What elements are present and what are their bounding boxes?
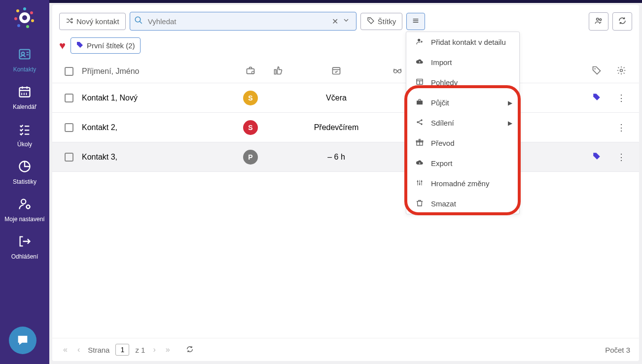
dropdown-item-sliders[interactable]: Hromadné změny [406,173,519,194]
share-icon [415,118,424,128]
dropdown-item-label: Pohledy [431,78,458,87]
nav-label: Kalendář [13,103,36,110]
last-page-button[interactable]: » [164,343,172,356]
dropdown-item-label: Import [431,58,452,66]
thumbs-up-icon [273,66,283,77]
prev-page-button[interactable]: ‹ [75,343,82,356]
tags-button[interactable]: Štítky [360,13,403,30]
page-of-label: z 1 [135,346,145,354]
chat-icon [16,333,30,347]
svg-point-2 [23,7,26,10]
clear-search-icon[interactable]: ✕ [332,17,338,26]
trash-icon [415,199,424,208]
row-checkbox[interactable] [65,153,73,162]
toolbar: Nový kontakt ✕ Štítky [52,5,639,35]
dropdown-item-label: Převod [431,139,455,147]
nav-calendar[interactable]: Kalendář [0,79,49,116]
page-label: Strana [88,346,109,354]
nav-logout[interactable]: Odhlášení [0,229,49,266]
users-button[interactable] [589,12,608,31]
first-page-button[interactable]: « [61,343,70,356]
svg-point-41 [620,69,623,71]
table-row[interactable]: Kontakt 1, Nový S Včera ⋮ [52,83,639,113]
heart-icon[interactable]: ♥ [59,39,66,52]
dropdown-item-label: Sdílení [431,119,454,127]
nav-label: Moje nastavení [4,216,44,223]
dropdown-item-user-plus[interactable]: Přidat kontakt v detailu [406,32,519,52]
app-logo [13,6,36,30]
contacts-table: Příjmení, Jméno Kontakt 1, Nový S Včera … [52,60,639,338]
refresh-icon [618,16,627,27]
new-contact-label: Nový kontakt [76,17,119,26]
chevron-right-icon: ▶ [508,99,512,106]
row-more-button[interactable]: ⋮ [617,122,626,133]
svg-point-26 [135,17,141,22]
menu-button[interactable] [406,13,425,30]
gear-icon[interactable] [616,66,626,77]
status-badge: S [243,91,258,105]
row-checkbox[interactable] [65,123,73,132]
dropdown-item-gift[interactable]: Převod [406,133,519,153]
svg-point-4 [31,19,34,22]
svg-point-57 [419,183,421,185]
dropdown-item-label: Přidat kontakt v detailu [431,38,506,46]
search-input-wrapper[interactable]: ✕ [130,12,357,31]
dropdown-item-briefcase[interactable]: Půjčit▶ [406,93,519,113]
svg-line-27 [140,21,142,24]
table-row[interactable]: Kontakt 3, P – 6 h ⋮ [52,142,639,172]
svg-point-7 [14,17,17,20]
nav-label: Odhlášení [11,253,38,260]
nav-settings[interactable]: Moje nastavení [0,191,49,229]
chevron-right-icon: ▶ [508,120,512,127]
dropdown-item-window[interactable]: Pohledy [406,72,519,93]
dropdown-item-trash[interactable]: Smazat [406,194,519,214]
svg-point-56 [421,181,423,182]
next-page-button[interactable]: › [151,343,157,356]
row-date: Včera [292,94,381,102]
nav-stats[interactable]: Statistiky [0,154,49,191]
contacts-icon [18,47,32,64]
dropdown-item-label: Smazat [431,199,456,208]
row-more-button[interactable]: ⋮ [617,152,626,163]
new-contact-button[interactable]: Nový kontakt [59,13,126,30]
svg-point-55 [417,181,419,182]
dropdown-item-cloud-down[interactable]: Export [406,153,519,173]
search-input[interactable] [145,14,330,29]
tags-label: Štítky [378,17,396,26]
nav-label: Statistiky [13,178,36,185]
nav-contacts[interactable]: Kontakty [0,41,49,79]
tag-icon [367,17,375,26]
calendar-icon [18,85,32,101]
dropdown-item-label: Export [431,159,452,167]
count-label: Počet 3 [605,346,630,354]
table-row[interactable]: Kontakt 2, S Předevčírem ⋮ [52,113,639,142]
tag-filter-chip[interactable]: První štítek (2) [71,37,141,54]
users-icon [594,16,603,27]
dropdown-item-cloud-up[interactable]: Import [406,52,519,72]
row-more-button[interactable]: ⋮ [617,93,626,103]
search-dropdown-icon[interactable] [342,16,350,26]
calendar-check-icon [331,66,341,77]
actions-dropdown: Přidat kontakt v detailuImportPohledyPůj… [406,32,520,214]
row-checkbox[interactable] [65,94,73,102]
cloud-up-icon [415,58,424,67]
glasses-icon [392,66,402,77]
svg-rect-13 [20,88,30,97]
dropdown-item-share[interactable]: Sdílení▶ [406,113,519,133]
status-badge: P [243,150,258,165]
col-name[interactable]: Příjmení, Jméno [79,67,237,76]
filter-row: ♥ První štítek (2) [52,35,639,60]
nav-tasks[interactable]: Úkoly [0,116,49,154]
svg-point-1 [22,15,27,20]
status-badge: S [243,120,258,135]
shuffle-icon [66,17,73,26]
select-all-checkbox[interactable] [65,67,73,76]
refresh-button[interactable] [612,12,632,31]
tag-icon [592,152,601,163]
footer-refresh-button[interactable] [186,345,194,355]
svg-point-42 [418,39,420,41]
chat-help-button[interactable] [9,327,36,354]
page-input[interactable] [115,344,129,356]
svg-point-5 [26,25,29,28]
tag-col-icon [592,66,602,77]
